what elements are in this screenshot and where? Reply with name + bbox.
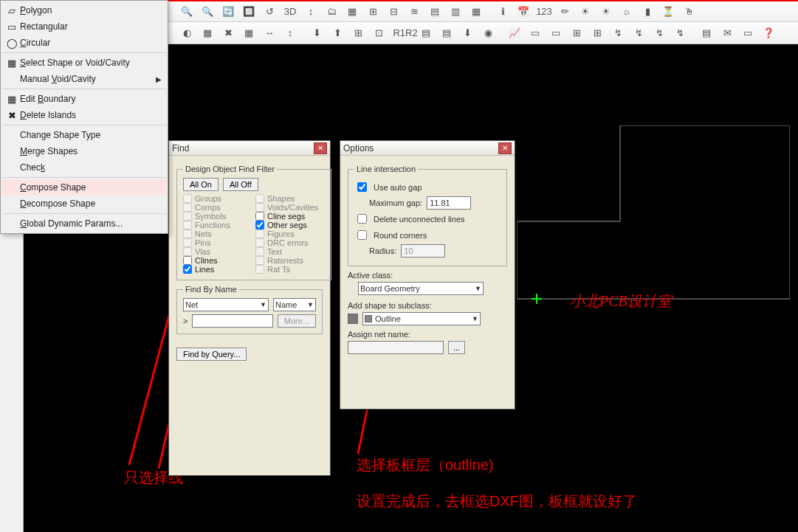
toolbar-button[interactable]: ⊞	[348, 24, 368, 43]
filter-ratsnests: Ratsnests	[255, 256, 314, 265]
toolbar-button[interactable]: ✉	[718, 24, 737, 43]
filter-checkbox	[183, 194, 192, 203]
toolbar-button[interactable]: ▤	[425, 2, 444, 21]
toolbar-button[interactable]: ▦	[198, 24, 217, 43]
toolbar-button[interactable]: ⏳	[658, 2, 678, 21]
toolbar-button[interactable]: ☀	[596, 2, 616, 21]
find-by-query-button[interactable]: Find by Query...	[176, 348, 247, 361]
toolbar-button[interactable]: ⬇	[307, 24, 326, 43]
toolbar-button[interactable]: ≋	[405, 2, 424, 21]
toolbar-button[interactable]: ▭	[546, 24, 565, 43]
toolbar-button[interactable]: ↕	[281, 24, 300, 43]
menu-icon	[4, 145, 20, 158]
toolbar-button[interactable]: ⊞	[567, 24, 586, 43]
toolbar-button[interactable]: ▮	[638, 2, 657, 21]
toolbar-button[interactable]: ❓	[759, 24, 778, 43]
close-icon[interactable]: ✕	[314, 142, 327, 154]
toolbar-button[interactable]: 🗂	[322, 2, 341, 21]
toolbar-button[interactable]: ☼	[617, 2, 636, 21]
menu-item-compose-shape[interactable]: Compose Shape	[2, 179, 166, 196]
menu-item-delete-islands[interactable]: ✖Delete Islands	[2, 107, 166, 123]
toolbar-button[interactable]: ⬆	[328, 24, 347, 43]
menu-item-manual-void-cavity[interactable]: Manual Void/Cavity▶	[2, 71, 166, 87]
menu-item-rectangular[interactable]: ▭Rectangular	[2, 18, 166, 35]
menu-item-select-shape-or-void-cavity[interactable]: ▦Select Shape or Void/Cavity	[2, 55, 166, 71]
subclass-color-swatch[interactable]	[348, 314, 358, 324]
menu-item-edit-boundary[interactable]: ▦Edit Boundary	[2, 91, 166, 107]
all-off-button[interactable]: All Off	[223, 178, 258, 191]
toolbar-button[interactable]: ↯	[608, 24, 627, 43]
toolbar-button[interactable]: ▭	[738, 24, 757, 43]
toolbar-button[interactable]: ▥	[446, 2, 465, 21]
filter-checkbox[interactable]	[183, 256, 192, 265]
toolbar-button[interactable]: 🔲	[239, 2, 258, 21]
filter-label: Comps	[195, 203, 221, 212]
toolbar-button[interactable]: ↺	[260, 2, 279, 21]
toolbar-button[interactable]: ↕	[301, 2, 320, 21]
toolbar-button[interactable]: 123	[534, 2, 554, 21]
toolbar-button[interactable]: 🔍	[198, 2, 217, 21]
toolbar-button[interactable]: ↯	[650, 24, 669, 43]
toolbar-button[interactable]: ▦	[239, 24, 258, 43]
toolbar-button[interactable]: ◐	[177, 24, 196, 43]
menu-item-check[interactable]: Check	[2, 159, 166, 176]
active-class-combo[interactable]: Board Geometry▼	[358, 282, 484, 295]
menu-item-global-dynamic-params-[interactable]: Global Dynamic Params...	[2, 215, 166, 232]
filter-label: Text	[267, 247, 282, 256]
toolbar-button[interactable]: ⊞	[363, 2, 382, 21]
round-corners-checkbox[interactable]	[357, 230, 367, 240]
toolbar-button[interactable]: ✖	[219, 24, 238, 43]
close-icon[interactable]: ✕	[498, 142, 512, 154]
filter-checkbox[interactable]	[255, 221, 264, 229]
menu-label: Check	[20, 162, 166, 173]
toolbar-button[interactable]: ▤	[437, 24, 456, 43]
toolbar-button[interactable]: ☀	[576, 2, 595, 21]
menu-item-change-shape-type[interactable]: Change Shape Type	[2, 127, 166, 143]
filter-other-segs[interactable]: Other segs	[255, 221, 314, 229]
toolbar-button[interactable]: ⊞	[588, 24, 607, 43]
menu-item-polygon[interactable]: ▱Polygon	[2, 2, 166, 18]
find-dialog-title[interactable]: Find ✕	[169, 141, 330, 156]
find-name-input[interactable]	[192, 314, 272, 328]
toolbar-button[interactable]: ⬇	[458, 24, 477, 43]
filter-checkbox[interactable]	[255, 212, 264, 221]
toolbar-button[interactable]: ⊟	[384, 2, 403, 21]
menu-item-circular[interactable]: ◯Circular	[2, 35, 166, 51]
delete-unconnected-checkbox[interactable]	[357, 214, 367, 224]
name-type-combo[interactable]: Net▼	[183, 298, 269, 311]
toolbar-button[interactable]: ▦	[343, 2, 362, 21]
toolbar-button[interactable]: ↯	[629, 24, 648, 43]
toolbar-button[interactable]: 🔍	[177, 2, 196, 21]
toolbar-button[interactable]: 📈	[505, 24, 524, 43]
toolbar-button[interactable]: ▦	[467, 2, 486, 21]
toolbar-button[interactable]: ▤	[416, 24, 436, 43]
filter-clines[interactable]: Clines	[183, 256, 242, 265]
toolbar-button[interactable]: ◉	[478, 24, 498, 43]
toolbar-button[interactable]: ↯	[670, 24, 689, 43]
toolbar-button[interactable]: 3D	[281, 2, 300, 21]
toolbar-button[interactable]: R1R2	[396, 24, 415, 43]
toolbar-button[interactable]: ▭	[526, 24, 545, 43]
filter-lines[interactable]: Lines	[183, 265, 242, 274]
toolbar-button[interactable]: ↔	[260, 24, 279, 43]
max-gap-input[interactable]: 11.81	[427, 196, 471, 210]
browse-net-button[interactable]: ...	[448, 341, 465, 354]
menu-label: Polygon	[20, 5, 166, 15]
menu-item-merge-shapes[interactable]: Merge Shapes	[2, 143, 166, 159]
toolbar-button[interactable]: 🔄	[219, 2, 238, 21]
filter-checkbox[interactable]	[183, 265, 192, 274]
subclass-combo[interactable]: Outline ▼	[362, 312, 481, 325]
options-dialog-title[interactable]: Options ✕	[340, 141, 515, 156]
menu-item-decompose-shape[interactable]: Decompose Shape	[2, 196, 166, 212]
toolbar-button[interactable]: ▤	[697, 24, 716, 43]
filter-label: Cline segs	[267, 212, 305, 221]
toolbar-button[interactable]: 📅	[514, 2, 533, 21]
toolbar-button[interactable]: ✏	[555, 2, 574, 21]
use-auto-gap-checkbox[interactable]	[357, 182, 367, 192]
toolbar-button[interactable]: ℹ	[493, 2, 512, 21]
toolbar-button[interactable]: ⊡	[369, 24, 388, 43]
all-on-button[interactable]: All On	[183, 178, 219, 191]
toolbar-button[interactable]: 🖱	[679, 2, 698, 21]
filter-cline-segs[interactable]: Cline segs	[255, 212, 314, 221]
name-mode-combo[interactable]: Name▼	[273, 298, 316, 311]
